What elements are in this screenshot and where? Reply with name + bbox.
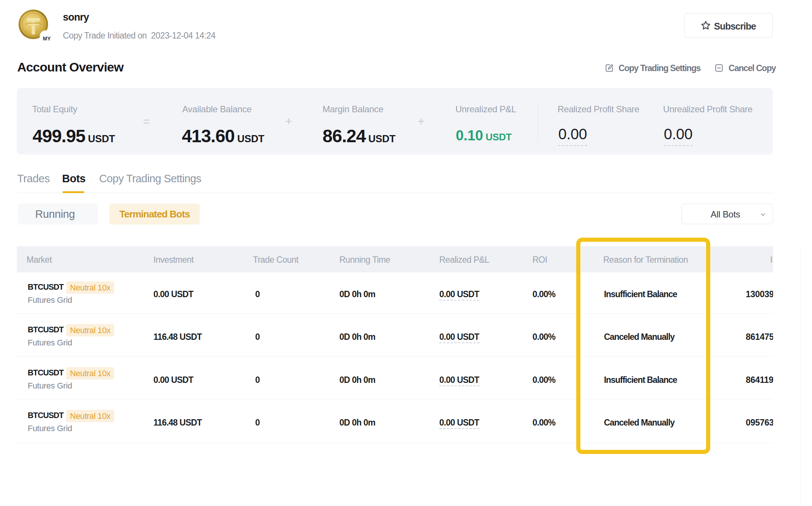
svg-text:MY: MY <box>43 36 51 42</box>
